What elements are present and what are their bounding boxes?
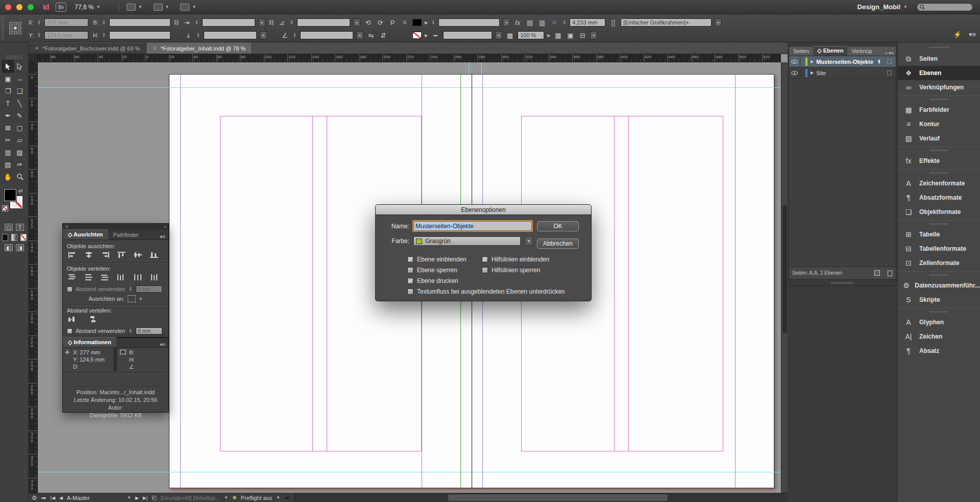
scale-x-stepper[interactable]: ▲▼ [194,18,199,27]
dock-group-divider[interactable] [898,95,980,103]
dock-item-zeichenformate[interactable]: AZeichenformate [898,176,980,190]
dock-group-divider[interactable] [898,169,980,176]
version-sync-icon[interactable]: ⚙ [32,494,37,501]
cyan-ruler-guide[interactable] [38,472,781,472]
cyan-ruler-guide[interactable] [38,87,781,88]
align-al-l-icon[interactable] [68,251,77,258]
ruler-origin-corner[interactable] [29,54,38,62]
fill-swatch[interactable] [4,189,16,201]
cyan-ruler-guide[interactable] [469,62,469,74]
horizontal-scrollbar[interactable] [295,493,788,502]
cyan-ruler-guide[interactable] [481,62,482,74]
hand-tool[interactable]: ✋ [2,171,14,183]
distribute-dis-c-icon[interactable] [133,274,142,281]
align-al-m-icon[interactable] [133,251,142,258]
page-list-dropdown[interactable]: ▼ [127,495,131,500]
scale-y-field[interactable] [204,31,257,39]
note-tool[interactable]: ▤ [2,158,14,171]
link-scale-icon[interactable]: ⛓ [268,19,274,26]
stroke-color-swatch[interactable] [412,32,422,39]
document-tab-0[interactable]: ✕*Fotoratgeber_Buchcover.indd @ 69 % [29,42,146,54]
layer-name[interactable]: Site [816,70,826,76]
x-stepper[interactable]: ▲▼ [37,18,41,27]
frame-fitting-icon[interactable]: ⊟ [578,32,587,39]
shear-stepper[interactable]: ▲▼ [289,18,294,27]
y-stepper[interactable]: ▲▼ [37,31,41,39]
spacing2-field[interactable]: 8 mm [136,327,162,334]
distribute-dis-b-icon[interactable] [101,274,110,281]
y-field[interactable]: 124,5 mm [44,31,88,39]
dock-item-ebenen[interactable]: ❖Ebenen [898,66,980,80]
dock-item-absatz[interactable]: ¶Absatz [898,344,980,358]
next-page-button[interactable]: ▶ [135,495,139,500]
align-to-icon[interactable] [128,295,136,302]
wrap-none-icon[interactable]: ▤ [525,19,534,27]
flip-v-icon[interactable]: ⇵ [379,32,388,39]
distribute-dis-t-icon[interactable] [68,274,77,281]
height-stepper[interactable]: ▲▼ [102,31,106,39]
dock-group-divider[interactable] [898,271,980,278]
checkbox-hilfslinien-0[interactable]: ✓Hilfslinien einblenden [482,256,549,263]
panel-tab-verknüp[interactable]: Verknüp [847,47,876,56]
use-spacing2-checkbox[interactable]: ✓ [67,328,72,334]
layer-color-dropdown[interactable]: ▼ [525,236,533,246]
dock-item-skripte[interactable]: SSkripte [898,293,980,307]
share-icon[interactable]: ➦ [41,494,46,501]
search-input[interactable] [917,3,973,11]
document-tab-1[interactable]: ✕*Fotoratgeber_Inhalt.indd @ 78 % [146,42,252,54]
reference-point-proxy[interactable] [9,22,21,34]
horizontal-ruler[interactable]: 8060402002040608010012014016018020022024… [38,54,781,62]
spacing-stepper[interactable]: ▲▼ [128,285,133,293]
hscroll-left-arrow[interactable]: ◀ [284,494,288,501]
zoom-level-dropdown[interactable]: 77,6 %▼ [75,4,100,11]
info-panel-menu-icon[interactable]: ▾≡ [160,342,168,347]
layer-name[interactable]: Musterseiten-Objekte [816,59,873,65]
align-al-c-icon[interactable] [84,251,93,258]
layer-target-box[interactable] [887,59,892,64]
horizontal-scrollbar-thumb[interactable] [448,494,668,501]
object-style-dropdown[interactable]: ▼ [715,18,722,27]
width-field[interactable] [109,18,170,27]
height-field[interactable] [109,31,170,39]
zoom-window-button[interactable] [28,4,34,10]
vertical-ruler[interactable]: 0204060801001201401601802002202402602803… [29,62,38,493]
column-guide[interactable] [327,116,327,451]
content-placer-tool[interactable]: ❑ [14,85,26,97]
distribute-dis-r-icon[interactable] [150,274,159,281]
column-guide[interactable] [312,116,313,451]
text-wrap-both-icon[interactable]: ▣ [566,32,575,39]
zoom-tool[interactable] [14,171,26,183]
gradient-tool[interactable]: ▥ [2,146,14,158]
checkbox-ebene-1[interactable]: Ebene sperren [407,267,457,274]
vertical-scrollbar[interactable] [781,62,788,493]
direct-selection-tool[interactable] [14,60,26,73]
close-icon[interactable]: ✕ [65,224,69,229]
spacing2-stepper[interactable]: ▲▼ [128,327,133,335]
vertical-scrollbar-thumb[interactable] [782,205,787,333]
rotate-cw-icon[interactable]: ⟳ [376,19,385,27]
align-al-b-icon[interactable] [150,251,159,258]
layer-color-select[interactable]: Grasgrün [413,236,521,246]
control-panel-menu-icon[interactable]: ▾≡ [969,31,976,38]
panel-collapse-icon[interactable]: » ▾≡ [885,51,896,56]
ok-button[interactable]: OK [537,221,579,231]
panel-tab-ebenen[interactable]: ◇ Ebenen [813,46,847,56]
effects-icon[interactable]: fx [513,19,522,27]
align-al-t-icon[interactable] [117,251,126,258]
layer-target-box[interactable] [887,70,892,75]
rectangle-tool[interactable]: ▢ [14,122,26,134]
quick-apply-icon[interactable]: ⚡ [953,31,962,38]
normal-view-button[interactable]: ◧ [5,244,13,251]
disclosure-triangle-icon[interactable]: ▶ [811,70,814,75]
spacing-field[interactable]: 0 mm [136,285,162,293]
tab-pathfinder[interactable]: Pathfinder [108,230,144,240]
layer-row-0[interactable]: ▶Musterseiten-Objekte✒ [789,56,896,67]
apply-none-button[interactable] [20,234,27,241]
column-guide[interactable] [614,116,615,451]
dock-item-kontur[interactable]: ≡Kontur [898,117,980,131]
use-spacing-checkbox[interactable] [67,286,72,292]
bridge-button[interactable]: Br [56,3,66,12]
object-style-field[interactable]: [Einfacher Grafikrahmen]+ [621,18,712,27]
rotation-stepper[interactable]: ▲▼ [292,31,297,39]
tools-panel-grip[interactable] [6,55,22,59]
